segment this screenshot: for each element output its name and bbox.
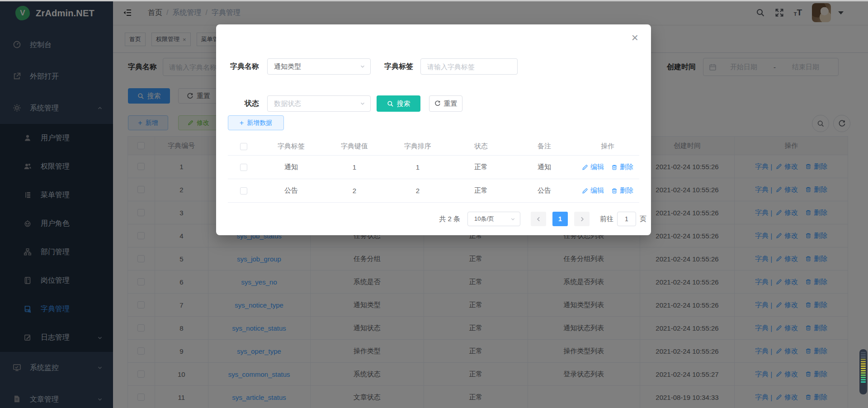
table-cell: 1	[386, 156, 449, 179]
next-page-button[interactable]	[574, 212, 590, 226]
header-cell	[228, 138, 259, 155]
header-cell: 字典排序	[386, 138, 449, 155]
dialog-dict-name-select[interactable]: 通知类型	[267, 58, 371, 75]
window-top-edge	[0, 0, 868, 1]
table-cell: 编辑删除	[576, 156, 639, 179]
widget-stripe	[861, 363, 866, 365]
widget-stripe	[861, 381, 866, 383]
prev-page-button[interactable]	[531, 212, 546, 226]
dialog-table-row: 通知11正常通知编辑删除	[228, 156, 639, 179]
dialog-search-label: 搜索	[397, 100, 410, 108]
header-cell: 字典键值	[323, 138, 386, 155]
goto-page-input[interactable]	[617, 212, 636, 226]
action-delete-link[interactable]: 删除	[611, 186, 633, 195]
widget-stripe	[861, 356, 866, 358]
action-delete-link[interactable]: 删除	[611, 163, 633, 171]
page-unit-label: 页	[640, 215, 646, 223]
dialog-status-label: 状态	[228, 95, 259, 112]
plus-icon: +	[240, 119, 244, 127]
row-checkbox[interactable]	[240, 187, 247, 195]
table-cell: 公告	[513, 179, 576, 202]
page-1-button[interactable]: 1	[552, 212, 568, 226]
widget-stripe	[861, 359, 866, 360]
widget-stripe	[861, 379, 866, 380]
widget-stripe	[861, 361, 866, 362]
dialog-search-button[interactable]: 搜索	[377, 95, 420, 112]
widget-stripe	[861, 368, 866, 369]
header-cell: 备注	[513, 138, 576, 155]
table-cell: 通知	[513, 156, 576, 179]
table-cell	[228, 156, 259, 179]
table-cell	[228, 179, 259, 202]
select-all-checkbox[interactable]	[240, 143, 247, 150]
action-edit-link[interactable]: 编辑	[582, 186, 604, 195]
chevron-down-icon	[359, 63, 366, 70]
table-cell: 1	[323, 156, 386, 179]
table-cell: 正常	[449, 156, 513, 179]
widget-stripe	[861, 377, 866, 378]
pagination-total: 共 2 条	[439, 215, 460, 223]
widget-stripe	[861, 365, 866, 367]
action-edit-link[interactable]: 编辑	[582, 163, 604, 171]
dialog-table-row: 公告22正常公告编辑删除	[228, 179, 639, 203]
widget-stripe	[861, 354, 866, 356]
dialog-dict-label-input[interactable]	[420, 58, 518, 75]
chevron-down-icon	[359, 100, 366, 107]
table-cell: 正常	[449, 179, 513, 202]
table-cell: 编辑删除	[576, 179, 639, 202]
dialog-add-data-label: 新增数据	[247, 119, 272, 127]
dict-name-selected-value: 通知类型	[274, 62, 301, 71]
dict-data-dialog: × 字典名称 通知类型 字典标签 状态 数据状态 搜索 重置 + 新增数据 字典…	[216, 24, 651, 235]
table-cell: 公告	[259, 179, 323, 202]
dialog-add-data-button[interactable]: + 新增数据	[228, 115, 284, 130]
dialog-dict-label-label: 字典标签	[382, 58, 413, 75]
close-icon[interactable]: ×	[632, 32, 638, 43]
row-checkbox[interactable]	[240, 164, 247, 171]
chevron-down-icon	[510, 216, 516, 222]
status-placeholder: 数据状态	[274, 100, 301, 108]
header-cell: 状态	[449, 138, 513, 155]
widget-stripe	[861, 370, 866, 371]
dialog-reset-button[interactable]: 重置	[429, 95, 462, 112]
dialog-reset-label: 重置	[444, 100, 458, 108]
widget-stripe	[861, 352, 866, 353]
page-size-select[interactable]: 10条/页	[467, 212, 520, 226]
header-cell: 字典标签	[259, 138, 323, 155]
dialog-dict-data-table: 字典标签字典键值字典排序状态备注操作通知11正常通知编辑删除公告22正常公告编辑…	[228, 138, 639, 203]
dialog-dict-name-label: 字典名称	[228, 58, 259, 75]
browser-extension-widget[interactable]	[859, 349, 867, 394]
dialog-pagination: 共 2 条 10条/页 1 前往 页	[228, 211, 646, 227]
table-cell: 2	[323, 179, 386, 202]
table-cell: 通知	[259, 156, 323, 179]
header-cell: 操作	[576, 138, 639, 155]
page-size-value: 10条/页	[474, 215, 494, 223]
goto-label: 前往	[600, 215, 613, 223]
dialog-table-header-row: 字典标签字典键值字典排序状态备注操作	[228, 138, 639, 156]
table-cell: 2	[386, 179, 449, 202]
widget-stripe	[861, 375, 866, 376]
dialog-status-select[interactable]: 数据状态	[267, 95, 371, 112]
widget-stripe	[861, 372, 866, 374]
